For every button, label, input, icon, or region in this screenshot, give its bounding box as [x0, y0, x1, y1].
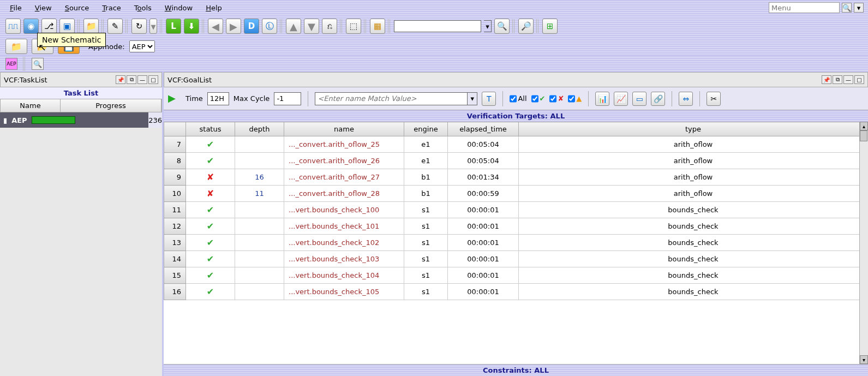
cell-depth [235, 267, 284, 284]
table-row[interactable]: 10✘11..._convert.arith_oflow_28b100:00:5… [164, 186, 868, 202]
table-row[interactable]: 9✘16..._convert.arith_oflow_27b100:01:34… [164, 169, 868, 186]
add-panel-icon[interactable]: ⊞ [542, 19, 558, 34]
pin-icon[interactable]: 📌 [822, 75, 831, 84]
scroll-down-icon[interactable]: ▾ [860, 355, 868, 364]
scroll-thumb[interactable] [860, 130, 867, 141]
col-depth[interactable]: depth [235, 122, 284, 136]
menu-source[interactable]: Source [59, 2, 95, 14]
d-button[interactable]: D [244, 19, 259, 34]
cell-type: bounds_check [519, 202, 868, 218]
back-icon[interactable]: ◀ [208, 19, 223, 34]
maximize-icon[interactable]: □ [148, 75, 158, 84]
stack-icon[interactable]: ▦ [370, 19, 385, 34]
edit-icon[interactable]: ✎ [107, 19, 123, 34]
filter-all-checkbox[interactable]: All [510, 92, 526, 105]
match-dropdown-icon[interactable]: ▾ [468, 92, 477, 105]
progress-bar [32, 116, 75, 124]
cell-engine: s1 [404, 284, 448, 300]
col-elapsed_time[interactable]: elapsed_time [448, 122, 519, 136]
table-row[interactable]: 11✔...vert.bounds_check_100s100:00:01bou… [164, 202, 868, 218]
hierarchy-icon[interactable]: ⎇ [41, 19, 57, 34]
menu-trace[interactable]: Trace [97, 2, 127, 14]
filter-fail-checkbox[interactable]: ✘ [549, 92, 564, 105]
vertical-scrollbar[interactable]: ▴ ▾ [859, 122, 868, 364]
link-icon[interactable]: 🔗 [651, 92, 665, 106]
inspect-icon[interactable]: 🔍 [32, 58, 44, 70]
col-type[interactable]: type [519, 122, 868, 136]
match-input[interactable] [315, 92, 468, 105]
down-button[interactable]: ⬇ [184, 19, 199, 34]
minimize-icon[interactable]: — [843, 75, 853, 84]
menu-window[interactable]: Window [159, 2, 198, 14]
col-status[interactable]: status [186, 122, 235, 136]
scroll-up-icon[interactable]: ▴ [860, 122, 868, 130]
forward-icon[interactable]: ▶ [226, 19, 241, 34]
up-icon[interactable]: ▲ [286, 19, 301, 34]
col-name[interactable]: Name [1, 99, 61, 112]
time-input[interactable] [207, 92, 229, 105]
play-icon[interactable]: ▶ [168, 92, 181, 105]
cell-name: ...vert.bounds_check_100 [284, 202, 404, 218]
toolbar-search-input[interactable] [394, 20, 481, 32]
waveform-icon[interactable]: ⎍⎍ [5, 19, 21, 34]
table-row[interactable]: 13✔...vert.bounds_check_102s100:00:01bou… [164, 235, 868, 251]
collapse-icon[interactable]: ⬚ [346, 19, 361, 34]
filter-toggle-button[interactable]: T [482, 92, 496, 106]
schematic-icon[interactable]: ◉ [23, 19, 39, 34]
col-name[interactable]: name [284, 122, 404, 136]
maximize-icon[interactable]: □ [854, 75, 864, 84]
table-row[interactable]: 7✔..._convert.arith_oflow_25e100:05:04ar… [164, 136, 868, 153]
window-icon[interactable]: ▭ [632, 92, 646, 106]
menu-file[interactable]: File [4, 2, 27, 14]
tree-icon[interactable]: ⎌ [322, 19, 337, 34]
folder-open-icon[interactable]: 📁 [83, 19, 99, 34]
table-row[interactable]: 8✔..._convert.arith_oflow_26e100:05:04ar… [164, 153, 868, 169]
refresh-dropdown-icon[interactable]: ▾ [149, 19, 157, 34]
tools-icon[interactable]: ✂ [707, 92, 721, 106]
filter-warn-checkbox[interactable]: ▲ [568, 92, 582, 105]
wave-icon[interactable]: 📊 [595, 92, 609, 106]
table-row[interactable]: 14✔...vert.bounds_check_103s100:00:01bou… [164, 251, 868, 267]
task-name: AEP [11, 116, 27, 124]
block-icon[interactable]: ▣ [59, 19, 75, 34]
menu-view[interactable]: View [29, 2, 57, 14]
table-row[interactable]: 12✔...vert.bounds_check_101s100:00:01bou… [164, 218, 868, 235]
cell-type: arith_oflow [519, 186, 868, 202]
col-rownum[interactable] [164, 122, 186, 136]
expand-icon[interactable]: ⇔ [679, 92, 693, 106]
check-icon: ✔ [207, 254, 214, 264]
l-button[interactable]: Ⓛ [262, 19, 277, 34]
detach-icon[interactable]: ⧉ [833, 75, 842, 84]
aep-icon[interactable]: AEP [5, 58, 17, 70]
cell-rownum: 8 [164, 153, 186, 169]
folder-icon[interactable]: 📁 [5, 39, 27, 54]
cell-name: ...vert.bounds_check_104 [284, 267, 404, 284]
chart-icon[interactable]: 📈 [614, 92, 628, 106]
search-icon[interactable]: 🔍 [494, 19, 510, 34]
down-icon[interactable]: ▼ [304, 19, 319, 34]
detach-icon[interactable]: ⧉ [127, 75, 136, 84]
menu-tools[interactable]: Tools [129, 2, 157, 14]
load-button[interactable]: L [166, 19, 181, 34]
task-row[interactable]: ▮ AEP [0, 112, 148, 128]
table-row[interactable]: 16✔...vert.bounds_check_105s100:00:01bou… [164, 284, 868, 300]
cell-rownum: 10 [164, 186, 186, 202]
menu-help[interactable]: Help [200, 2, 228, 14]
pin-icon[interactable]: 📌 [116, 75, 125, 84]
minimize-icon[interactable]: — [137, 75, 147, 84]
appmode-select[interactable]: AEP [129, 40, 155, 52]
tertiary-toolbar: AEP 🔍 [0, 56, 868, 72]
menu-search-icon[interactable]: 🔍 [842, 3, 852, 13]
verification-title: Verification Targets: ALL [164, 110, 868, 122]
zoom-icon[interactable]: 🔎 [518, 19, 534, 34]
filter-pass-checkbox[interactable]: ✔ [531, 92, 546, 105]
refresh-icon[interactable]: ↻ [131, 19, 147, 34]
maxcycle-input[interactable] [274, 92, 301, 105]
menu-dropdown-icon[interactable]: ▾ [854, 3, 864, 13]
cell-engine: e1 [404, 153, 448, 169]
menu-search-input[interactable] [769, 2, 840, 13]
col-progress[interactable]: Progress [61, 99, 161, 112]
table-row[interactable]: 15✔...vert.bounds_check_104s100:00:01bou… [164, 267, 868, 284]
search-dropdown-icon[interactable]: ▾ [484, 20, 492, 32]
col-engine[interactable]: engine [404, 122, 448, 136]
